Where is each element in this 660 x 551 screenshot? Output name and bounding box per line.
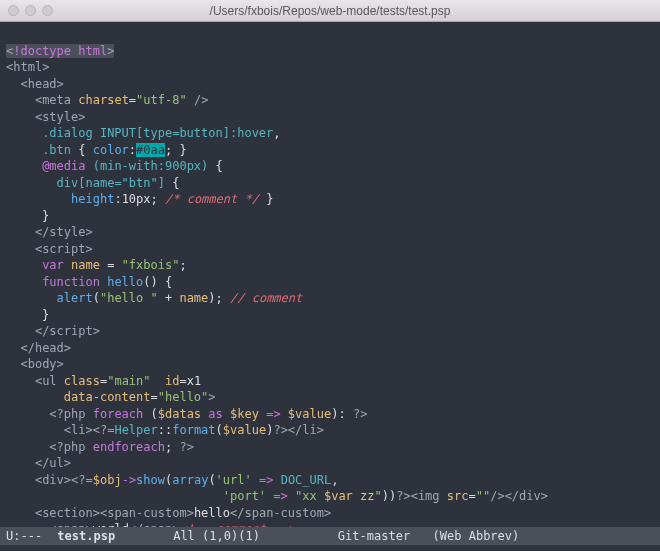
- php-array: array: [172, 473, 208, 487]
- style-close: style: [49, 225, 85, 239]
- titlebar: /Users/fxbois/Repos/web-mode/tests/test.…: [0, 0, 660, 22]
- js-str-fxbois: "fxbois": [122, 258, 180, 272]
- id-val: x1: [187, 374, 201, 388]
- style-open: style: [42, 110, 78, 124]
- body-open: body: [28, 357, 57, 371]
- js-var-kw: var: [42, 258, 64, 272]
- text-hello: hello: [194, 506, 230, 520]
- class-attr: class: [64, 374, 100, 388]
- html-open: html: [13, 60, 42, 74]
- php-format: format: [172, 423, 215, 437]
- css-sel-divbtn: div[name="btn"]: [57, 176, 165, 190]
- php-url-key: 'url': [216, 473, 252, 487]
- html-comment: <!-- comment -->: [179, 522, 295, 527]
- js-comment: // comment: [230, 291, 302, 305]
- css-prop-height: height: [71, 192, 114, 206]
- zoom-dot[interactable]: [42, 5, 53, 16]
- css-sel-hover: :hover: [230, 126, 273, 140]
- css-sel-dialog: .dialog INPUT[type=button]: [42, 126, 230, 140]
- div-close: div: [519, 489, 541, 503]
- php-port-key: 'port': [223, 489, 266, 503]
- js-var-ref: name: [179, 291, 208, 305]
- css-comment: /* comment */: [165, 192, 259, 206]
- src-attr: src: [447, 489, 469, 503]
- text-world: world: [93, 522, 129, 527]
- php-port-v1: "xx: [295, 489, 324, 503]
- id-attr: id: [165, 374, 179, 388]
- php-foreach: foreach: [93, 407, 144, 421]
- data-content-attr: data-content: [64, 390, 151, 404]
- img-tag: img: [418, 489, 440, 503]
- doctype: !doctype html: [13, 44, 107, 58]
- ul-open: ul: [42, 374, 56, 388]
- php-obj: $obj: [93, 473, 122, 487]
- css-prop-color: color: [93, 143, 129, 157]
- charset-attr: charset: [78, 93, 129, 107]
- css-val-0aa: #0aa: [136, 143, 165, 157]
- span-custom-close: span-custom: [244, 506, 323, 520]
- charset-val: "utf-8": [136, 93, 187, 107]
- php-port-v2: ": [375, 489, 382, 503]
- script-open: script: [42, 242, 85, 256]
- window-title: /Users/fxbois/Repos/web-mode/tests/test.…: [0, 4, 660, 18]
- php-helper: Helper: [114, 423, 157, 437]
- css-val-10px: 10px: [122, 192, 151, 206]
- window-controls: [0, 5, 53, 16]
- modeline-modes: (Web Abbrev): [433, 529, 520, 543]
- modeline-status: U:---: [6, 529, 42, 543]
- modeline-vcs: Git-master: [338, 529, 410, 543]
- js-str-hello: "hello ": [100, 291, 158, 305]
- span-custom-open: span-custom: [107, 506, 186, 520]
- php-key: $key: [230, 407, 259, 421]
- php-as: as: [208, 407, 222, 421]
- css-media-cond: (min-with:900px): [93, 159, 209, 173]
- modeline-file: test.psp: [57, 529, 115, 543]
- js-fn-hello: hello: [107, 275, 143, 289]
- php-value2: $value: [223, 423, 266, 437]
- head-close: head: [35, 341, 64, 355]
- css-sel-btn: .btn: [42, 143, 71, 157]
- span-close: span: [143, 522, 172, 527]
- class-val: "main": [107, 374, 150, 388]
- div-open: div: [42, 473, 64, 487]
- head-open: head: [28, 77, 57, 91]
- minibuffer[interactable]: [0, 545, 660, 551]
- li-open: li: [71, 423, 85, 437]
- js-alert: alert: [57, 291, 93, 305]
- php-value: $value: [288, 407, 331, 421]
- data-content-val: "hello": [158, 390, 209, 404]
- close-dot[interactable]: [8, 5, 19, 16]
- editor-area[interactable]: <!doctype html> <html> <head> <meta char…: [0, 22, 660, 527]
- css-media: @media: [42, 159, 85, 173]
- src-val: "": [476, 489, 490, 503]
- span-open: span: [57, 522, 86, 527]
- php-show: show: [136, 473, 165, 487]
- section-open: section: [42, 506, 93, 520]
- php-endforeach: endforeach: [93, 440, 165, 454]
- js-function-kw: function: [42, 275, 100, 289]
- js-var-name: name: [71, 258, 100, 272]
- php-varzz: $var zz: [324, 489, 375, 503]
- php-doc-url: DOC_URL: [281, 473, 332, 487]
- minimize-dot[interactable]: [25, 5, 36, 16]
- php-datas: $datas: [158, 407, 201, 421]
- modeline-pos: All (1,0)(1): [173, 529, 260, 543]
- meta-tag: meta: [42, 93, 71, 107]
- script-close: script: [49, 324, 92, 338]
- ul-close: ul: [49, 456, 63, 470]
- modeline: U:--- test.psp All (1,0)(1) Git-master (…: [0, 527, 660, 545]
- li-close: li: [302, 423, 316, 437]
